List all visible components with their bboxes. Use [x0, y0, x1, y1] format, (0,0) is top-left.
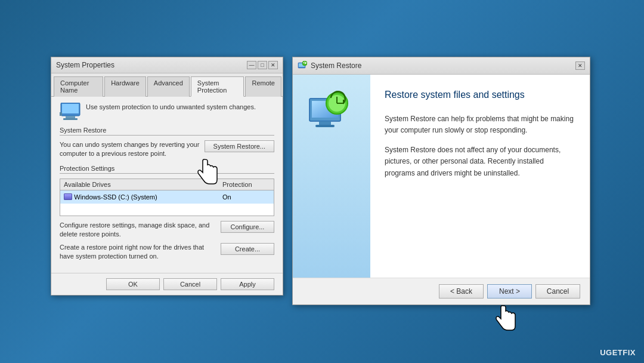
- tab-computer-name[interactable]: Computer Name: [54, 76, 103, 97]
- sys-props-titlebar: System Properties — □ ✕: [51, 57, 283, 73]
- minimize-button[interactable]: —: [247, 61, 256, 69]
- drive-icon: [64, 193, 72, 200]
- sr-left-panel: [293, 75, 370, 278]
- sys-restore-section: System Restore You can undo system chang…: [60, 127, 274, 159]
- tab-remote[interactable]: Remote: [245, 76, 281, 97]
- close-button[interactable]: ✕: [268, 61, 278, 69]
- create-row: Create a restore point right now for the…: [60, 243, 274, 262]
- configure-button[interactable]: Configure...: [221, 221, 274, 233]
- tab-advanced[interactable]: Advanced: [147, 76, 190, 97]
- sr-graphic: [305, 87, 358, 140]
- svg-rect-1: [62, 104, 79, 113]
- tabs-bar: Computer Name Hardware Advanced System P…: [51, 73, 283, 97]
- sr-heading: Restore system files and settings: [385, 89, 575, 101]
- configure-row: Configure restore settings, manage disk …: [60, 221, 274, 239]
- system-properties-window: System Properties — □ ✕ Computer Name Ha…: [51, 57, 283, 296]
- sys-restore-desc: You can undo system changes by reverting…: [60, 140, 200, 159]
- sys-props-content: Use system protection to undo unwanted s…: [51, 97, 283, 273]
- table-row[interactable]: Windows-SSD (C:) (System) On: [60, 190, 274, 204]
- sr-titlebar-controls: ✕: [575, 61, 585, 70]
- drives-table: Available Drives Protection Windows-SSD …: [60, 179, 274, 216]
- system-restore-wizard-window: System Restore ✕: [292, 57, 590, 305]
- col-drives-header: Available Drives: [64, 181, 222, 188]
- next-button[interactable]: Next >: [487, 284, 532, 299]
- svg-rect-4: [60, 112, 62, 116]
- create-button[interactable]: Create...: [221, 243, 274, 255]
- tab-system-protection[interactable]: System Protection: [191, 76, 244, 97]
- svg-rect-3: [63, 118, 78, 120]
- ok-button[interactable]: OK: [106, 278, 160, 290]
- drive-name: Windows-SSD (C:) (System): [74, 193, 222, 201]
- create-desc: Create a restore point right now for the…: [60, 243, 216, 262]
- sr-title-left: System Restore: [298, 61, 361, 70]
- sr-titlebar: System Restore ✕: [293, 57, 590, 75]
- svg-rect-11: [315, 125, 335, 127]
- sr-desc2: System Restore does not affect any of yo…: [385, 144, 575, 179]
- sys-props-controls: — □ ✕: [247, 61, 278, 69]
- protection-label: Protection Settings: [60, 165, 274, 174]
- sr-title-icon: [298, 61, 307, 70]
- computer-icon: [60, 103, 81, 121]
- sr-close-button[interactable]: ✕: [575, 61, 585, 70]
- apply-button[interactable]: Apply: [221, 278, 274, 290]
- drives-table-header: Available Drives Protection: [60, 179, 274, 190]
- sys-props-title: System Properties: [56, 61, 114, 69]
- info-section: Use system protection to undo unwanted s…: [60, 103, 274, 121]
- sys-props-footer: OK Cancel Apply: [51, 273, 283, 295]
- drives-table-empty: [60, 204, 274, 216]
- maximize-button[interactable]: □: [258, 61, 267, 69]
- sr-desc1: System Restore can help fix problems tha…: [385, 113, 575, 136]
- cancel-button[interactable]: Cancel: [163, 278, 217, 290]
- info-text: Use system protection to undo unwanted s…: [86, 103, 256, 112]
- system-restore-button[interactable]: System Restore...: [205, 140, 274, 152]
- protection-section: Protection Settings Available Drives Pro…: [60, 165, 274, 262]
- drive-protection: On: [222, 193, 270, 201]
- restore-graphic: [305, 87, 352, 134]
- sr-right-panel: Restore system files and settings System…: [370, 75, 590, 278]
- col-protection-header: Protection: [222, 181, 270, 188]
- configure-desc: Configure restore settings, manage disk …: [60, 221, 216, 239]
- svg-rect-2: [66, 116, 75, 118]
- sr-cancel-button[interactable]: Cancel: [535, 284, 580, 299]
- sys-restore-row: You can undo system changes by reverting…: [60, 140, 274, 159]
- svg-rect-10: [319, 121, 331, 125]
- sr-content: Restore system files and settings System…: [293, 75, 590, 278]
- sr-footer: < Back Next > Cancel: [293, 278, 590, 304]
- tab-hardware[interactable]: Hardware: [104, 76, 146, 97]
- brand-watermark: UGETFIX: [600, 348, 636, 357]
- cursor-hand-2: [495, 304, 516, 334]
- sr-title-text: System Restore: [311, 61, 361, 70]
- sys-restore-label: System Restore: [60, 127, 274, 136]
- back-button[interactable]: < Back: [439, 284, 484, 299]
